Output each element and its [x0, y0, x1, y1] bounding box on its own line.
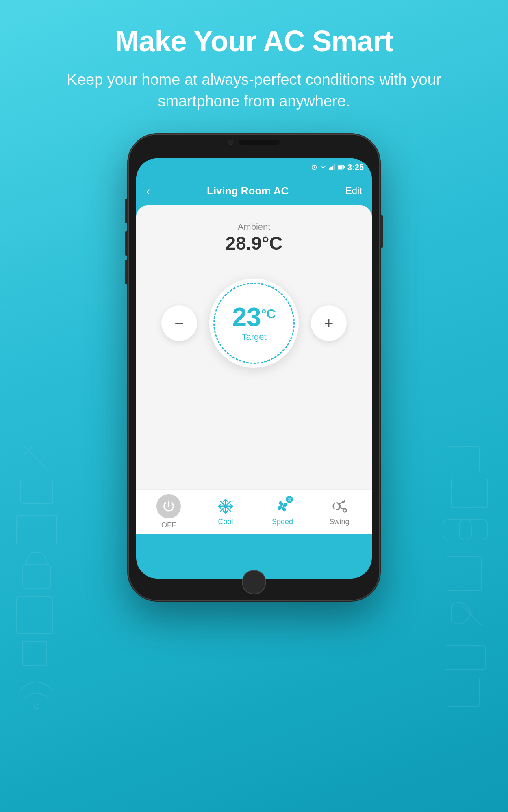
phone-screen: 3:25 ‹ Living Room AC Edit Ambient 28.9°… [136, 158, 372, 579]
speed-badge: 3 [286, 496, 293, 503]
nav-item-cool[interactable]: Cool [205, 497, 246, 526]
phone-device: 3:25 ‹ Living Room AC Edit Ambient 28.9°… [128, 134, 380, 775]
fan-icon: 3 [274, 497, 291, 515]
ambient-section: Ambient 28.9°C [136, 205, 372, 254]
svg-line-46 [341, 508, 343, 509]
target-circle-dashed: 23 °C Target [213, 283, 295, 364]
svg-rect-21 [329, 168, 330, 170]
target-label: Target [241, 332, 266, 342]
nav-title: Living Room AC [207, 185, 289, 197]
bottom-nav: OFF [136, 489, 372, 534]
target-circle: 23 °C Target [209, 279, 299, 368]
svg-rect-8 [447, 447, 480, 471]
nav-item-power[interactable]: OFF [148, 494, 189, 529]
svg-point-7 [34, 704, 39, 709]
phone-home-button[interactable] [242, 570, 266, 594]
svg-rect-10 [443, 520, 471, 540]
nav-edit-button[interactable]: Edit [345, 185, 362, 197]
svg-rect-24 [334, 164, 335, 170]
svg-rect-2 [20, 479, 53, 503]
phone-top-bar [228, 140, 280, 145]
svg-rect-12 [447, 556, 482, 591]
swing-icon [330, 497, 348, 515]
svg-rect-15 [447, 678, 480, 706]
wifi-icon [320, 164, 326, 170]
increase-temp-button[interactable]: + [311, 305, 347, 341]
svg-rect-3 [16, 516, 57, 544]
nav-label-power: OFF [161, 521, 176, 529]
svg-rect-5 [16, 597, 53, 633]
status-icons [311, 164, 345, 171]
target-temp-display: 23 °C [232, 304, 276, 330]
ambient-label: Ambient [136, 222, 372, 232]
signal-icon [329, 164, 335, 170]
snowflake-icon [217, 497, 234, 515]
header-section: Make Your AC Smart Keep your home at alw… [0, 24, 508, 112]
svg-rect-26 [338, 166, 343, 169]
svg-rect-6 [22, 641, 47, 666]
content-card: Ambient 28.9°C − 23 °C Target [136, 205, 372, 534]
target-unit: °C [261, 307, 276, 320]
target-temperature: 23 [232, 304, 261, 330]
page-subtitle: Keep your home at always-perfect conditi… [33, 69, 475, 112]
svg-rect-27 [344, 166, 345, 168]
camera-dot [228, 140, 233, 145]
alarm-icon [311, 164, 317, 171]
svg-rect-14 [445, 646, 486, 670]
status-time: 3:25 [347, 163, 364, 172]
power-icon [156, 494, 181, 518]
status-bar: 3:25 [136, 158, 372, 176]
decrease-temp-button[interactable]: − [161, 305, 197, 341]
temp-control: − 23 °C Target + [136, 279, 372, 368]
svg-rect-9 [451, 479, 488, 508]
svg-rect-11 [459, 520, 488, 540]
nav-back-button[interactable]: ‹ [146, 184, 150, 199]
nav-label-cool: Cool [218, 518, 233, 526]
ambient-temperature: 28.9°C [136, 232, 372, 254]
svg-rect-23 [332, 166, 333, 170]
svg-line-0 [24, 447, 49, 471]
nav-label-speed: Speed [272, 518, 293, 526]
speaker-slot [239, 140, 280, 145]
nav-item-swing[interactable]: Swing [319, 497, 360, 526]
svg-rect-22 [330, 167, 332, 170]
battery-icon [338, 165, 345, 170]
svg-line-13 [461, 605, 482, 625]
page-title: Make Your AC Smart [33, 24, 475, 58]
svg-line-19 [312, 165, 313, 166]
nav-item-speed[interactable]: 3 Speed [262, 497, 303, 526]
phone-shell: 3:25 ‹ Living Room AC Edit Ambient 28.9°… [128, 134, 380, 601]
svg-line-20 [315, 165, 316, 166]
nav-label-swing: Swing [329, 518, 349, 526]
svg-rect-4 [22, 564, 51, 589]
svg-line-1 [24, 447, 33, 455]
nav-bar: ‹ Living Room AC Edit [136, 176, 372, 205]
svg-line-18 [314, 168, 315, 168]
